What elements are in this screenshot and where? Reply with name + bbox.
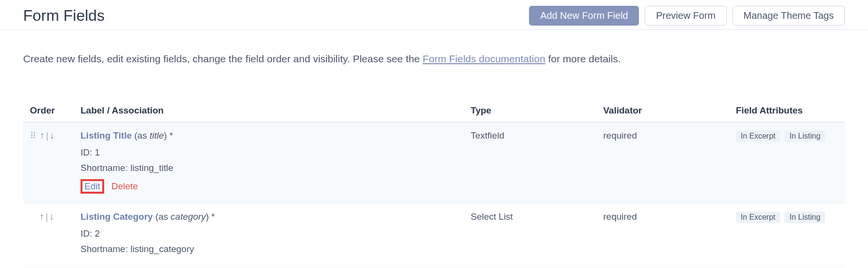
field-shortname: Shortname: listing_title	[81, 160, 457, 176]
delete-link[interactable]: Delete	[111, 181, 138, 191]
label-cell: Listing Category (as category) * ID: 2 S…	[74, 203, 464, 267]
docs-link[interactable]: Form Fields documentation	[422, 53, 545, 64]
intro-suffix: for more details.	[545, 53, 621, 64]
manage-theme-tags-button[interactable]: Manage Theme Tags	[732, 6, 845, 26]
order-separator: |	[46, 212, 48, 222]
preview-form-button[interactable]: Preview Form	[645, 6, 726, 26]
page-title: Form Fields	[23, 7, 105, 25]
add-new-form-field-button[interactable]: Add New Form Field	[529, 6, 639, 26]
field-meta: ID: 1 Shortname: listing_title	[81, 145, 457, 176]
field-label[interactable]: Listing Category	[81, 212, 153, 222]
col-attributes: Field Attributes	[729, 99, 845, 122]
attributes-cell: In Excerpt In Listing	[729, 203, 845, 267]
table-row: ⠿↑|↓ Listing Title (as title) * ID: 1 Sh…	[23, 122, 845, 203]
page-header: Form Fields Add New Form Field Preview F…	[0, 0, 868, 30]
move-up-icon[interactable]: ↑	[40, 212, 44, 222]
validator-cell: required	[597, 122, 729, 203]
col-type: Type	[464, 99, 597, 122]
col-order: Order	[23, 99, 74, 122]
col-label-assoc: Label / Association	[74, 99, 464, 122]
drag-handle-icon[interactable]: ⠿	[30, 131, 35, 141]
validator-cell: required	[597, 203, 729, 267]
field-meta: ID: 2 Shortname: listing_category	[81, 226, 457, 257]
move-down-icon[interactable]: ↓	[49, 212, 54, 222]
order-cell: ↑|↓	[23, 203, 74, 267]
intro-prefix: Create new fields, edit existing fields,…	[23, 53, 422, 64]
row-actions: Edit Delete	[81, 179, 457, 194]
field-id: ID: 2	[81, 226, 457, 241]
attribute-badge: In Excerpt	[736, 212, 780, 223]
attributes-cell: In Excerpt In Listing	[729, 122, 845, 203]
field-label[interactable]: Listing Title	[81, 130, 132, 141]
intro-text: Create new fields, edit existing fields,…	[23, 53, 845, 65]
field-assoc: (as title) *	[132, 130, 173, 141]
table-row: ↑|↓ Listing Category (as category) * ID:…	[23, 203, 845, 267]
edit-link[interactable]: Edit	[81, 179, 104, 194]
order-separator: |	[46, 130, 49, 141]
fields-table: Order Label / Association Type Validator…	[23, 99, 845, 267]
order-cell: ⠿↑|↓	[23, 122, 74, 203]
fields-table-wrap: Order Label / Association Type Validator…	[23, 99, 845, 267]
field-assoc: (as category) *	[153, 212, 215, 222]
field-id: ID: 1	[81, 145, 457, 160]
attribute-badge: In Listing	[785, 130, 825, 142]
attribute-badge: In Excerpt	[736, 130, 780, 142]
attribute-badge: In Listing	[785, 212, 825, 223]
move-down-icon[interactable]: ↓	[50, 130, 54, 141]
type-cell: Textfield	[464, 122, 597, 203]
label-cell: Listing Title (as title) * ID: 1 Shortna…	[74, 122, 464, 203]
move-up-icon[interactable]: ↑	[40, 130, 45, 141]
header-buttons: Add New Form Field Preview Form Manage T…	[529, 6, 845, 26]
content: Create new fields, edit existing fields,…	[0, 30, 868, 267]
col-validator: Validator	[597, 99, 729, 122]
field-shortname: Shortname: listing_category	[81, 241, 457, 257]
type-cell: Select List	[464, 203, 597, 267]
